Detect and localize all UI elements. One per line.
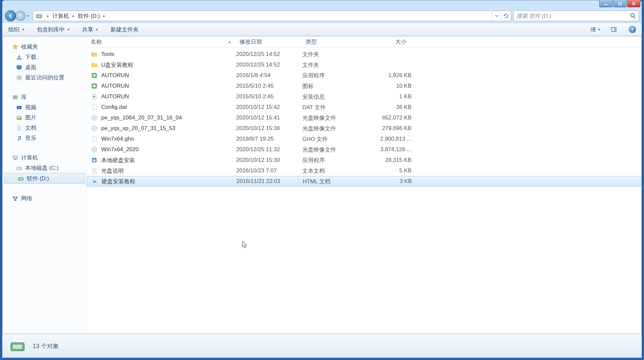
- sidebar-item-recent[interactable]: 最近访问的位置: [3, 72, 86, 83]
- content-area: 名称 ▲ 修改日期 类型 大小 Tools2020/12/25 14:52文件夹…: [87, 36, 641, 334]
- svg-rect-23: [13, 156, 18, 159]
- sidebar-heading-computer[interactable]: 计算机: [3, 153, 86, 163]
- file-row[interactable]: AUTORUN2015/5/10 2:45图标10 KB: [87, 81, 641, 91]
- column-header-size[interactable]: 大小: [368, 38, 411, 46]
- view-mode-button[interactable]: ▼: [590, 25, 601, 34]
- file-type-icon: [91, 72, 98, 79]
- forward-button[interactable]: [16, 11, 25, 21]
- file-row[interactable]: AUTORUN2016/1/8 4:54应用程序1,926 KB: [87, 70, 641, 81]
- file-type: 文件夹: [302, 51, 368, 58]
- svg-rect-29: [13, 197, 15, 198]
- column-header-type[interactable]: 类型: [302, 38, 368, 46]
- maximize-button[interactable]: [613, 0, 626, 7]
- svg-rect-15: [18, 69, 20, 70]
- file-row[interactable]: Tools2020/12/25 14:52文件夹: [87, 49, 641, 60]
- svg-rect-26: [18, 168, 21, 169]
- file-type: 安装信息: [302, 93, 368, 101]
- svg-rect-7: [591, 29, 592, 30]
- sidebar-label: 桌面: [25, 64, 36, 71]
- help-icon: ?: [629, 26, 636, 33]
- file-type: 文件夹: [302, 61, 368, 69]
- sidebar-item-videos[interactable]: 视频: [3, 102, 86, 112]
- back-button[interactable]: [5, 10, 16, 22]
- close-button[interactable]: [627, 0, 640, 7]
- sidebar-label: 计算机: [21, 154, 38, 161]
- file-size: 1,926 KB: [368, 72, 411, 79]
- preview-pane-button[interactable]: [609, 25, 619, 34]
- minimize-icon: [604, 2, 608, 6]
- breadcrumb-seg-1[interactable]: 软件 (D:): [76, 11, 102, 21]
- nav-arrows: [5, 10, 31, 22]
- organize-menu[interactable]: 组织 ▼: [6, 24, 27, 35]
- svg-rect-10: [592, 31, 595, 31]
- svg-rect-14: [17, 66, 21, 69]
- svg-rect-17: [13, 95, 14, 99]
- address-root[interactable]: [34, 11, 46, 21]
- chevron-down-icon: [26, 14, 30, 18]
- file-name: 硬盘安装教程: [102, 178, 135, 185]
- sidebar-label: 本地磁盘 (C:): [25, 164, 59, 172]
- svg-rect-18: [15, 95, 16, 99]
- breadcrumb-seg-0[interactable]: 计算机: [50, 11, 71, 21]
- file-row[interactable]: Win7x64.gho2019/9/7 19:25GHO 文件2,900,813…: [87, 134, 641, 144]
- file-row[interactable]: 硬盘安装教程2016/11/21 22:03HTML 文档3 KB: [87, 176, 641, 187]
- nav-history-dropdown[interactable]: [25, 10, 31, 22]
- sidebar-item-desktop[interactable]: 桌面: [3, 62, 86, 72]
- column-label: 修改日期: [239, 38, 262, 46]
- file-row[interactable]: Config.dat2020/10/12 15:42DAT 文件36 KB: [87, 102, 641, 112]
- new-folder-label: 新建文件夹: [110, 26, 139, 33]
- column-header-date[interactable]: 修改日期: [236, 38, 302, 46]
- help-button[interactable]: ?: [627, 25, 638, 34]
- file-size: 3,874,126 ...: [368, 146, 411, 153]
- file-list[interactable]: Tools2020/12/25 14:52文件夹U盘安装教程2020/12/25…: [87, 48, 641, 334]
- explorer-window: ▸ 计算机 ▸ 软件 (D:) ▸ 搜索 软件 (D:) 组织 ▼ 包含到库中 …: [2, 0, 642, 358]
- sidebar-item-downloads[interactable]: 下载: [3, 52, 86, 62]
- computer-icon: [12, 155, 19, 161]
- address-dropdown[interactable]: [492, 11, 501, 21]
- sidebar-item-drive-d[interactable]: 软件 (D:): [4, 173, 85, 184]
- file-date: 2020/10/12 15:36: [236, 125, 302, 132]
- include-menu[interactable]: 包含到库中 ▼: [35, 24, 72, 35]
- file-row[interactable]: U盘安装教程2020/12/25 14:52文件夹: [87, 60, 641, 70]
- file-size: 10 KB: [368, 83, 411, 89]
- minimize-button[interactable]: [599, 0, 613, 7]
- file-type-icon: [91, 51, 98, 58]
- sidebar-label: 收藏夹: [21, 43, 38, 51]
- svg-rect-24: [14, 159, 17, 160]
- sidebar-heading-favorites[interactable]: 收藏夹: [3, 42, 86, 52]
- file-row[interactable]: AUTORUN2015/5/10 2:45安装信息1 KB: [87, 91, 641, 102]
- file-type: 应用程序: [302, 157, 368, 164]
- sidebar-item-drive-c[interactable]: 本地磁盘 (C:): [3, 163, 86, 173]
- breadcrumb-separator[interactable]: ▸: [102, 14, 107, 18]
- body: 收藏夹 下载 桌面 最近访问的位置 库: [2, 36, 642, 334]
- file-type-icon: [91, 146, 98, 153]
- sidebar-label: 音乐: [25, 134, 36, 142]
- share-menu[interactable]: 共享 ▼: [80, 24, 101, 35]
- include-label: 包含到库中: [37, 26, 65, 33]
- search-input[interactable]: 搜索 软件 (D:): [513, 11, 639, 21]
- file-type-icon: [91, 114, 98, 121]
- file-row[interactable]: pe_yqs_xp_20_07_31_15_532020/10/12 15:36…: [87, 123, 641, 134]
- refresh-button[interactable]: [501, 11, 510, 21]
- file-date: 2019/9/7 19:25: [236, 136, 302, 142]
- sidebar-item-music[interactable]: 音乐: [3, 133, 86, 143]
- status-bar: 13 个对象: [2, 334, 642, 358]
- new-folder-button[interactable]: 新建文件夹: [108, 24, 141, 35]
- file-row[interactable]: pe_yqs_1064_20_07_31_16_042020/10/12 15:…: [87, 112, 641, 123]
- preview-pane-icon: [611, 26, 617, 32]
- file-name: Config.dat: [101, 104, 127, 111]
- svg-rect-33: [93, 74, 96, 77]
- column-header-name[interactable]: 名称 ▲: [87, 38, 236, 46]
- address-bar[interactable]: ▸ 计算机 ▸ 软件 (D:) ▸: [33, 11, 511, 21]
- file-row[interactable]: 本地硬盘安装2020/10/12 15:30应用程序28,315 KB: [87, 155, 641, 165]
- sidebar-heading-libraries[interactable]: 库: [3, 92, 86, 102]
- svg-point-35: [93, 85, 96, 87]
- sidebar-label: 网络: [21, 195, 32, 202]
- sidebar-item-documents[interactable]: 文档: [3, 123, 86, 133]
- sidebar-item-pictures[interactable]: 图片: [3, 112, 86, 123]
- breadcrumb-separator[interactable]: ▸: [71, 14, 76, 18]
- file-row[interactable]: 光盘说明2016/10/23 7:07文本文档5 KB: [87, 165, 641, 176]
- file-row[interactable]: Win7x64_20202020/12/25 11:32光盘映像文件3,874,…: [87, 144, 641, 155]
- breadcrumb-separator[interactable]: ▸: [46, 14, 50, 18]
- sidebar-heading-network[interactable]: 网络: [3, 193, 86, 203]
